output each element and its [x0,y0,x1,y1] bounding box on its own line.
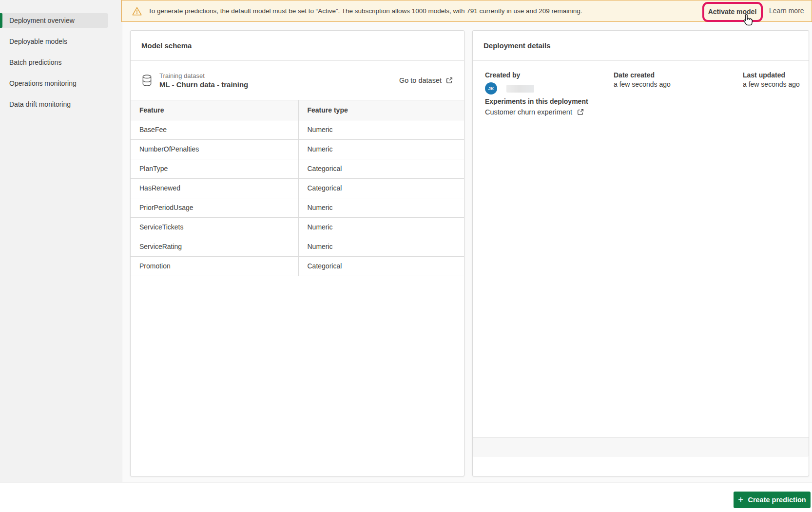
create-prediction-label: Create prediction [748,496,806,504]
deployment-details-card: Deployment details Created by JK Date cr… [472,30,809,476]
feature-type-cell: Numeric [298,139,464,159]
create-prediction-button[interactable]: + Create prediction [734,492,811,508]
created-by-block: Created by JK [485,71,534,95]
sidebar-item-operations-monitoring[interactable]: Operations monitoring [0,76,108,91]
feature-type-cell: Categorical [298,178,464,198]
warning-banner: To generate predictions, the default mod… [121,0,812,22]
experiments-label: Experiments in this deployment [485,97,588,106]
model-schema-card: Model schema Training dataset ML - Churn… [130,30,464,476]
feature-type-cell: Numeric [298,120,464,139]
feature-table-header-row: Feature Feature type [131,100,464,120]
bottom-action-bar: + Create prediction [0,482,812,512]
sidebar-item-label: Batch predictions [0,58,61,66]
sidebar-item-label: Data drift monitoring [0,100,71,108]
external-link-icon [445,76,453,84]
feature-type-cell: Numeric [298,217,464,237]
deployment-page: Deployment overview Deployable models Ba… [0,0,812,512]
go-to-dataset-label: Go to dataset [399,76,442,84]
sidebar-item-deployable-models[interactable]: Deployable models [0,34,108,49]
date-created-value: a few seconds ago [614,80,671,89]
created-by-label: Created by [485,71,534,80]
feature-table: Feature Feature type BaseFee Numeric Num… [131,100,464,276]
feature-cell: PlanType [131,159,298,178]
feature-type-cell: Categorical [298,256,464,276]
feature-cell: ServiceTickets [131,217,298,237]
last-updated-block: Last updated a few seconds ago [743,71,800,89]
feature-type-cell: Numeric [298,198,464,217]
warning-triangle-icon [132,6,142,17]
last-updated-label: Last updated [743,71,800,80]
date-created-label: Date created [614,71,671,80]
last-updated-value: a few seconds ago [743,80,800,89]
table-row: NumberOfPenalties Numeric [131,139,464,159]
table-row: ServiceTickets Numeric [131,217,464,237]
learn-more-link[interactable]: Learn more [769,7,804,15]
feature-cell: NumberOfPenalties [131,139,298,159]
feature-cell: PriorPeriodUsage [131,198,298,217]
sidebar-item-label: Deployment overview [0,17,75,24]
banner-message: To generate predictions, the default mod… [148,7,582,15]
training-dataset-info: Training dataset ML - Churn data - train… [159,72,248,90]
sidebar-item-label: Operations monitoring [0,79,77,87]
feature-cell: HasRenewed [131,178,298,198]
feature-type-cell: Categorical [298,159,464,178]
table-row: Promotion Categorical [131,256,464,276]
table-row: PlanType Categorical [131,159,464,178]
sidebar-item-data-drift-monitoring[interactable]: Data drift monitoring [0,97,108,112]
sidebar-item-batch-predictions[interactable]: Batch predictions [0,55,108,70]
experiment-link[interactable]: Customer churn experiment [485,108,588,116]
table-row: HasRenewed Categorical [131,178,464,198]
model-schema-title: Model schema [131,31,464,61]
table-row: BaseFee Numeric [131,120,464,139]
external-link-icon [577,108,584,116]
sidebar: Deployment overview Deployable models Ba… [0,0,122,482]
table-row: PriorPeriodUsage Numeric [131,198,464,217]
sidebar-item-deployment-overview[interactable]: Deployment overview [0,13,108,28]
date-created-block: Date created a few seconds ago [614,71,671,89]
deployment-details-footer [473,437,809,457]
plus-icon: + [738,495,743,504]
deployment-details-body: Created by JK Date created a few seconds… [473,61,809,457]
training-dataset-name: ML - Churn data - training [159,80,248,90]
avatar: JK [485,82,497,95]
column-header-feature: Feature [131,100,298,120]
table-row: ServiceRating Numeric [131,237,464,256]
training-dataset-row: Training dataset ML - Churn data - train… [131,61,464,100]
activate-model-button[interactable]: Activate model [705,5,760,19]
feature-type-cell: Numeric [298,237,464,256]
deployment-details-title: Deployment details [473,31,809,61]
experiment-link-label: Customer churn experiment [485,108,572,116]
feature-cell: BaseFee [131,120,298,139]
go-to-dataset-link[interactable]: Go to dataset [399,76,453,84]
feature-cell: Promotion [131,256,298,276]
created-by-redacted-name [506,85,534,93]
column-header-feature-type: Feature type [298,100,464,120]
training-dataset-label: Training dataset [159,72,248,80]
experiments-block: Experiments in this deployment Customer … [485,97,588,116]
database-icon [141,74,153,87]
sidebar-item-label: Deployable models [0,38,67,45]
feature-cell: ServiceRating [131,237,298,256]
